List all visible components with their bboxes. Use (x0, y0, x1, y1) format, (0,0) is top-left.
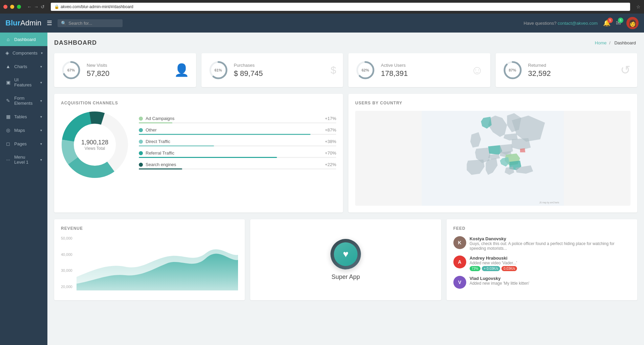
y-label-20k: 20,000 (61, 285, 72, 289)
stat-icon-new-visits: 👤 (174, 63, 189, 77)
msg-badge: 5 (618, 18, 623, 23)
y-label-30k: 30,000 (61, 268, 72, 272)
sidebar-item-dashboard[interactable]: ⌂ Dashboard (0, 33, 47, 46)
stat-donut-returned: 87% (502, 60, 523, 80)
channel-header-ad-campaigns: Ad Campaigns +17% (139, 116, 336, 121)
menu-level-icon: ··· (5, 157, 11, 162)
stat-label-purchases: Purchases (234, 63, 325, 68)
chevron-down-icon-tables: ▾ (40, 115, 42, 119)
map-svg: JS map by amCharts (355, 111, 630, 206)
notif-badge: 5 (607, 18, 613, 23)
sidebar-item-pages[interactable]: ◻ Pages ▾ (0, 137, 47, 150)
donut-chart: 1,900,128 Views Total (61, 111, 129, 179)
page-header: DASHBOARD Home / Dashboard (54, 39, 637, 46)
channel-bar-fill-direct (139, 145, 214, 146)
acquisition-inner: 1,900,128 Views Total Ad Campaigns (61, 111, 336, 179)
channel-dot-referral (139, 151, 143, 155)
browser-url-bar[interactable]: 🔒 akveo.com/blur-admin-mint/#/dashboard (51, 3, 630, 11)
channel-bar-track-ad (139, 122, 336, 123)
chevron-down-icon: ▾ (41, 51, 43, 55)
channel-header-search: Search engines +22% (139, 162, 336, 167)
sidebar-label-tables: Tables (14, 114, 37, 119)
stat-card-returned: 87% Returned 32,592 ↺ (496, 53, 638, 87)
browser-forward-btn[interactable]: → (34, 4, 39, 9)
revenue-chart-content: 50,000 40,000 30,000 20,000 (61, 236, 238, 290)
map-title: USERS BY COUNTRY (355, 101, 630, 105)
app-card: ♥ Super App (250, 219, 441, 300)
sidebar-label-dashboard: Dashboard (14, 37, 42, 42)
charts-row: ACQUISITION CHANNELS (54, 94, 637, 212)
notifications-btn[interactable]: 🔔 5 (603, 19, 610, 27)
stat-info-new-visits: New Visits 57,820 (87, 63, 169, 78)
feed-text-0: Kostya Danovsky Guys, check this out: A … (470, 236, 630, 251)
ui-features-icon: ▣ (5, 80, 11, 85)
channel-name-other: Other (146, 127, 157, 133)
feed-text-1: Andrey Hrabouski Added new video 'Vader.… (470, 256, 517, 271)
revenue-card: REVENUE 50,000 40,000 30,000 20,000 (54, 219, 245, 300)
sidebar-item-menu-level-1[interactable]: ··· Menu Level 1 ▾ (0, 150, 47, 169)
channel-dot-ad (139, 117, 143, 121)
acquisition-title: ACQUISITION CHANNELS (61, 101, 336, 105)
sidebar-label-form-elements: Form Elements (14, 96, 37, 106)
feed-card: FEED K Kostya Danovsky Guys, check this … (447, 219, 637, 300)
brand-second: Admin (20, 19, 41, 27)
channel-header-other: Other +87% (139, 127, 336, 133)
user-avatar[interactable]: 👩 (626, 17, 639, 29)
channel-dot-other (139, 128, 143, 132)
stat-pct-purchases: 61% (214, 68, 222, 72)
channel-dot-direct (139, 140, 143, 144)
feed-badge-upload: + 0.03K/s (482, 266, 500, 271)
feed-item-1: A ▶ Andrey Hrabouski Added new video 'Va… (453, 256, 630, 271)
breadcrumb: Home / Dashboard (595, 40, 637, 45)
app-icon-wrap: ♥ (330, 239, 361, 269)
stat-icon-returned: ↺ (620, 63, 630, 77)
browser-back-btn[interactable]: ← (27, 4, 32, 9)
channel-bar-fill-referral (139, 157, 277, 158)
stat-cards-grid: 67% New Visits 57,820 👤 61% Purcha (54, 53, 637, 87)
browser-nav: ← → ↺ (27, 4, 45, 9)
channel-pct-ad: +17% (325, 116, 336, 121)
revenue-y-axis: 50,000 40,000 30,000 20,000 (61, 236, 74, 290)
stat-value-new-visits: 57,820 (87, 69, 169, 78)
bookmark-icon[interactable]: ☆ (636, 4, 641, 9)
stat-info-active-users: Active Users 178,391 (381, 63, 466, 78)
sidebar-item-components[interactable]: ◈ Components ▾ (0, 46, 47, 60)
url-text: akveo.com/blur-admin-mint/#/dashboard (61, 4, 133, 9)
contact-link[interactable]: contact@akveo.com (558, 21, 598, 26)
channel-bar-track-other (139, 134, 336, 135)
map-placeholder: JS map by amCharts (355, 111, 630, 206)
feed-name-2: Vlad Lugovsky (470, 276, 530, 281)
feed-item-0: K Kostya Danovsky Guys, check this out: … (453, 236, 630, 251)
channel-bar-fill-ad (139, 122, 172, 123)
y-label-40k: 40,000 (61, 252, 72, 257)
messages-btn[interactable]: ✉ 5 (616, 19, 621, 27)
breadcrumb-home[interactable]: Home (595, 40, 607, 45)
feed-badge-pct: 73% (470, 266, 480, 271)
components-icon: ◈ (5, 50, 9, 56)
feed-name-1: Andrey Hrabouski (470, 256, 517, 261)
browser-maximize-btn[interactable] (17, 5, 21, 9)
feed-avatar-2: V (453, 276, 466, 289)
donut-center-text: 1,900,128 Views Total (81, 139, 108, 151)
sidebar-item-form-elements[interactable]: ✎ Form Elements ▾ (0, 92, 47, 110)
sidebar-item-charts[interactable]: ▲ Charts ▾ (0, 60, 47, 73)
sidebar-toggle-btn[interactable]: ☰ (47, 19, 52, 27)
channel-item-ad-campaigns: Ad Campaigns +17% (139, 116, 336, 123)
channel-bar-fill-search (139, 168, 182, 169)
chevron-down-icon-ui: ▾ (40, 81, 42, 84)
sidebar-item-ui-features[interactable]: ▣ UI Features ▾ (0, 73, 47, 92)
channel-list: Ad Campaigns +17% (139, 116, 336, 174)
channel-header-direct: Direct Traffic +38% (139, 139, 336, 144)
browser-minimize-btn[interactable] (10, 5, 14, 9)
sidebar-label-menu-level: Menu Level 1 (14, 155, 37, 165)
acquisition-card: ACQUISITION CHANNELS (54, 94, 343, 212)
sidebar-item-tables[interactable]: ▦ Tables ▾ (0, 110, 47, 123)
feed-avatar-0: K (453, 236, 466, 249)
sidebar-item-maps[interactable]: ◎ Maps ▾ (0, 123, 47, 137)
browser-refresh-btn[interactable]: ↺ (41, 4, 45, 9)
stat-value-returned: 32,592 (528, 69, 615, 78)
browser-close-btn[interactable] (3, 5, 7, 9)
search-input[interactable] (68, 21, 119, 26)
sidebar-label-components: Components (13, 50, 38, 56)
sidebar-label-ui-features: UI Features (14, 77, 37, 87)
